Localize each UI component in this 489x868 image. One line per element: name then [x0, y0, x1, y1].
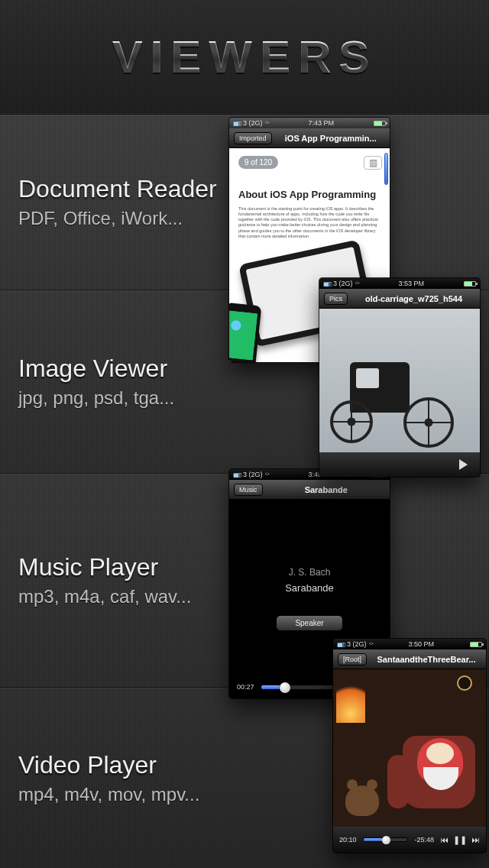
page-counter-badge: 9 of 120 — [238, 156, 278, 169]
carrier-label: 3 (2G) — [243, 119, 263, 127]
clock-label: 7:43 PM — [308, 119, 334, 127]
carriage-wheel — [403, 397, 454, 448]
document-paragraph: This document is the starting point for … — [238, 206, 381, 239]
signal-icon — [233, 119, 241, 127]
wifi-icon — [355, 280, 359, 287]
signal-icon — [323, 280, 331, 287]
time-elapsed: 20:10 — [339, 836, 357, 844]
status-bar: 3 (2G) 7:43 PM — [229, 118, 390, 128]
book-icon — [369, 157, 377, 168]
nav-bar: Imported iOS App Programmin... — [229, 128, 390, 148]
wifi-icon — [369, 640, 373, 648]
bear-illustration — [345, 785, 379, 816]
track-label: Sarabande — [285, 582, 334, 594]
back-button[interactable]: Imported — [234, 132, 272, 144]
clock-label: 3:50 PM — [408, 640, 434, 648]
document-heading: About iOS App Programming — [238, 189, 381, 200]
image-toolbar — [319, 452, 480, 477]
carrier-label: 3 (2G) — [333, 280, 353, 287]
newspaper-masthead: The New York Times — [253, 252, 350, 280]
nav-title: SantaandtheThreeBear... — [371, 655, 481, 664]
battery-icon — [464, 281, 476, 287]
pause-icon[interactable]: ❚❚ — [453, 835, 467, 845]
back-button[interactable]: [Root] — [338, 653, 367, 666]
clock-label: 3:53 PM — [398, 280, 424, 287]
play-icon[interactable] — [459, 459, 468, 470]
video-toolbar: 20:10 -25:48 ⏮ ❚❚ ⏭ — [333, 827, 486, 853]
status-bar: 3 (2G) 3:50 PM — [333, 639, 486, 649]
toc-button[interactable] — [364, 156, 382, 170]
signal-icon — [337, 640, 345, 648]
wifi-icon — [265, 119, 269, 127]
speaker-button[interactable]: Speaker — [276, 615, 342, 631]
fire-illustration — [336, 677, 365, 723]
nav-bar: Pics old-carriage_w725_h544 — [319, 289, 480, 309]
nav-title: Sarabande — [267, 485, 385, 494]
nav-bar: [Root] SantaandtheThreeBear... — [333, 649, 486, 669]
time-elapsed: 00:27 — [237, 683, 254, 691]
preview-video-player: 3 (2G) 3:50 PM [Root] SantaandtheThreeBe… — [333, 639, 486, 853]
carrier-label: 3 (2G) — [347, 640, 367, 648]
carrier-label: 3 (2G) — [243, 471, 263, 478]
time-remaining: -25:48 — [414, 836, 434, 844]
nav-title: old-carriage_w725_h544 — [352, 294, 475, 303]
back-button[interactable]: Music — [234, 484, 263, 496]
preview-image-viewer: 3 (2G) 3:53 PM Pics old-carriage_w725_h5… — [319, 278, 480, 477]
back-button[interactable]: Pics — [324, 293, 348, 305]
signal-icon — [233, 471, 241, 478]
image-canvas[interactable] — [319, 309, 480, 452]
prev-icon[interactable]: ⏮ — [440, 835, 449, 844]
artist-label: J. S. Bach — [289, 567, 331, 578]
page-header: Viewers — [0, 0, 489, 115]
nav-title: iOS App Programmin... — [277, 134, 385, 143]
status-bar: 3 (2G) 3:53 PM — [319, 278, 480, 289]
page-title: Viewers — [112, 31, 377, 83]
seek-slider[interactable] — [363, 837, 409, 842]
battery-icon — [470, 642, 482, 647]
video-canvas[interactable] — [333, 669, 486, 827]
next-icon[interactable]: ⏭ — [471, 835, 480, 844]
iphone-illustration — [229, 303, 261, 362]
scrollbar-thumb[interactable] — [384, 153, 388, 185]
wallclock-illustration — [457, 675, 472, 691]
wifi-icon — [265, 471, 269, 478]
nav-bar: Music Sarabande — [229, 480, 390, 500]
battery-icon — [374, 121, 386, 126]
carriage-wheel — [330, 400, 373, 443]
